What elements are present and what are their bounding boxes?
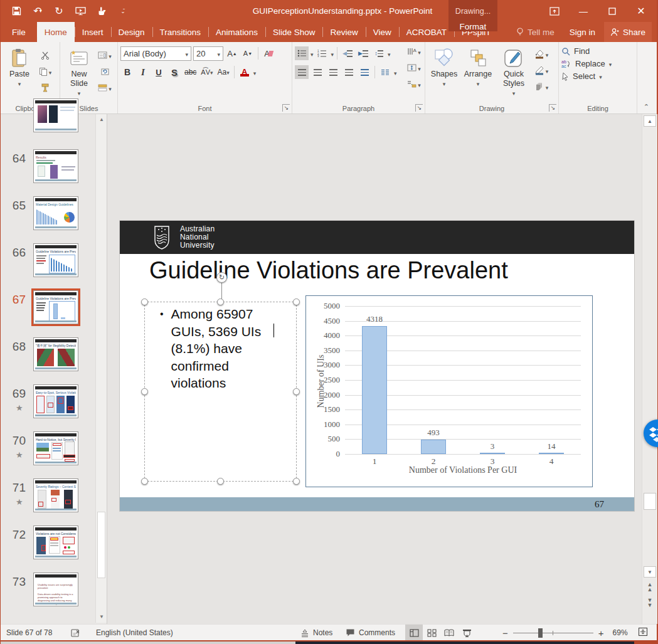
decrease-indent-button[interactable]: ◀ (341, 46, 354, 60)
font-color-button[interactable]: A (238, 65, 252, 79)
font-dialog-launcher-icon[interactable]: ↘ (282, 104, 290, 112)
chart-bar[interactable] (539, 453, 564, 454)
slide-show-view-button[interactable] (458, 625, 475, 641)
layout-dropdown-icon[interactable] (109, 50, 112, 61)
thumbnail-scroll-up-icon[interactable]: ▲ (97, 115, 107, 125)
resize-handle-bottom-center[interactable] (217, 478, 224, 485)
tell-me-box[interactable]: Tell me (510, 22, 561, 42)
convert-smartart-button[interactable] (406, 77, 422, 91)
align-right-button[interactable] (326, 65, 340, 79)
new-slide-button[interactable]: New Slide (63, 45, 95, 101)
text-direction-button[interactable]: A (406, 45, 422, 58)
change-case-dropdown-icon[interactable] (226, 68, 230, 77)
tab-home[interactable]: Home (37, 22, 75, 42)
select-dropdown-icon[interactable] (599, 71, 602, 81)
slide-sorter-view-button[interactable] (423, 625, 440, 641)
quick-styles-dropdown-icon[interactable] (512, 88, 516, 98)
numbering-dropdown-icon[interactable] (331, 48, 334, 59)
arrange-dropdown-icon[interactable] (477, 79, 480, 89)
paste-dropdown-icon[interactable] (18, 79, 21, 89)
resize-handle-bottom-right[interactable] (293, 478, 300, 485)
touch-mouse-mode-icon[interactable]: ▾ (92, 3, 111, 20)
slide-counter[interactable]: Slide 67 of 78 (6, 625, 52, 641)
align-text-button[interactable] (406, 61, 422, 75)
increase-indent-button[interactable]: ▶ (356, 46, 370, 60)
language-indicator[interactable]: English (United States) (96, 625, 173, 641)
shape-effects-dropdown-icon[interactable] (546, 81, 549, 92)
thumbnail-slide-64[interactable]: 64★ Results (1, 149, 92, 197)
next-slide-button[interactable]: ▼▼ (645, 598, 655, 608)
shapes-button[interactable]: Shapes (428, 45, 460, 101)
cut-button[interactable] (37, 48, 53, 62)
resize-handle-top-right[interactable] (293, 298, 300, 305)
columns-dropdown-icon[interactable] (394, 66, 397, 78)
redo-icon[interactable]: ↻ (50, 3, 68, 20)
arrange-button[interactable]: Arrange (462, 45, 494, 101)
align-text-dropdown-icon[interactable] (418, 62, 421, 73)
font-size-combo[interactable]: 20 (193, 46, 223, 61)
shapes-dropdown-icon[interactable] (443, 79, 446, 89)
quick-styles-button[interactable]: Quick Styles (496, 45, 532, 101)
chart-bar[interactable] (362, 326, 387, 454)
zoom-slider-thumb[interactable] (538, 628, 543, 638)
zoom-out-button[interactable]: − (502, 628, 508, 638)
font-name-dropdown-icon[interactable] (185, 49, 188, 58)
font-size-dropdown-icon[interactable] (217, 49, 220, 58)
minimize-button[interactable]: — (569, 0, 598, 22)
columns-button[interactable] (378, 65, 392, 79)
zoom-in-button[interactable]: + (598, 628, 604, 638)
text-shadow-button[interactable]: S (167, 65, 181, 79)
resize-handle-bottom-left[interactable] (141, 478, 148, 485)
shape-fill-button[interactable] (533, 47, 549, 61)
thumbnail-slide-73[interactable]: 73★ Usability issues are surprisingly pr… (1, 573, 92, 620)
rotate-handle[interactable]: ↻ (216, 272, 227, 283)
sign-in-link[interactable]: Sign in (563, 22, 602, 42)
align-center-button[interactable] (310, 65, 324, 79)
tab-slide-show[interactable]: Slide Show (265, 22, 323, 42)
copy-button[interactable] (37, 65, 53, 78)
drawing-dialog-launcher-icon[interactable]: ↘ (549, 104, 556, 112)
touch-mode-dropdown-icon[interactable]: ▾ (103, 8, 105, 14)
replace-dropdown-icon[interactable] (609, 59, 612, 68)
notes-button[interactable]: Notes (300, 625, 332, 641)
new-slide-dropdown-icon[interactable] (78, 88, 81, 98)
line-spacing-button[interactable]: ↕ (372, 46, 386, 60)
text-box-selected[interactable]: • Among 65907 GUIs, 5369 UIs (8.1%) have… (145, 302, 296, 481)
find-button[interactable]: Find (561, 46, 635, 56)
normal-view-button[interactable] (405, 625, 423, 641)
change-case-button[interactable]: Aa (216, 65, 231, 79)
slide-canvas[interactable]: Australian National University Guideline… (120, 221, 634, 511)
share-button[interactable]: Share (604, 22, 652, 42)
vertical-scrollbar[interactable]: ▲ ▼ ▲▲ ▼▼ (642, 114, 657, 624)
comments-button[interactable]: Comments (346, 625, 395, 641)
character-spacing-dropdown-icon[interactable] (210, 68, 213, 76)
resize-handle-middle-right[interactable] (293, 388, 300, 395)
customize-qat-icon[interactable]: ⌄̄ (114, 3, 132, 20)
spell-check-icon[interactable] (71, 625, 81, 641)
distribute-button[interactable] (358, 65, 371, 79)
line-spacing-dropdown-icon[interactable] (388, 48, 391, 59)
bullets-dropdown-icon[interactable] (310, 48, 314, 59)
collapse-ribbon-icon[interactable]: ⌃ (644, 103, 649, 111)
thumbnail-slide-69[interactable]: 69★ Easy-to-Spot, Serious Violations (1, 384, 92, 432)
thumbnail-slide-71[interactable]: 71★ Severity Ratings – Context Sensitive (1, 478, 92, 526)
zoom-slider[interactable] (513, 633, 593, 633)
bar-chart[interactable]: Number of UIs 43181493233144 Number of V… (305, 295, 593, 487)
clear-formatting-button[interactable]: A (262, 46, 275, 60)
scroll-down-icon[interactable]: ▼ (644, 566, 656, 578)
zoom-level[interactable]: 69% (613, 628, 628, 637)
undo-icon[interactable]: ↶▾ (28, 3, 47, 20)
copy-dropdown-icon[interactable] (49, 66, 52, 77)
tab-insert[interactable]: Insert (75, 22, 111, 42)
increase-font-size-button[interactable]: A▲ (225, 46, 239, 60)
chart-bar[interactable] (480, 453, 505, 454)
numbering-button[interactable]: 123 (316, 46, 329, 60)
thumbnail-slide-67-selected[interactable]: 67★ Guideline Violations are Prevalent (1, 290, 92, 338)
save-icon[interactable] (7, 3, 26, 20)
resize-handle-top-left[interactable] (141, 298, 148, 305)
resize-handle-middle-left[interactable] (141, 388, 148, 395)
shape-outline-button[interactable] (533, 63, 549, 77)
paragraph-dialog-launcher-icon[interactable]: ↘ (415, 104, 423, 112)
tab-review[interactable]: Review (322, 22, 365, 42)
ribbon-display-options-icon[interactable] (540, 0, 569, 22)
